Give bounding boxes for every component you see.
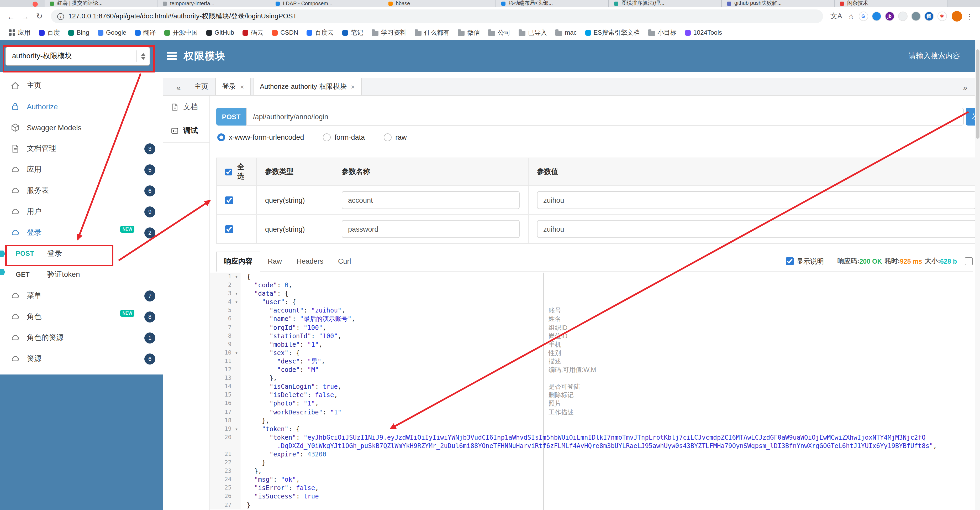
bookmark-item[interactable]: ES搜索引擎文档	[582, 27, 644, 38]
radio-x-www-form-urlencoded[interactable]: x-www-form-urlencoded	[217, 134, 304, 141]
bookmark-item[interactable]: 应用	[5, 27, 34, 38]
extension-icon[interactable]	[898, 11, 907, 21]
browser-tab[interactable]: temporary-interfa...	[158, 0, 270, 7]
extension-icon[interactable]: jb	[885, 11, 894, 21]
code-line: 22 }	[210, 459, 975, 467]
bookmark-item[interactable]: 小目标	[644, 27, 680, 38]
bookmark-item[interactable]: Bing	[65, 27, 93, 38]
browser-tab[interactable]: 移动端布局<头部...	[496, 0, 609, 7]
bookmark-item[interactable]: 百度云	[303, 27, 337, 38]
sidebar-item-login[interactable]: 登录 NEW 2	[0, 222, 163, 243]
fold-icon[interactable]: ▾	[233, 425, 240, 433]
param-checkbox[interactable]	[225, 196, 233, 204]
tab-raw[interactable]: Raw	[260, 253, 289, 270]
scrollbar[interactable]	[975, 40, 980, 510]
browser-tab[interactable]: hbase	[383, 0, 496, 7]
tab-curl[interactable]: Curl	[331, 253, 358, 270]
doc-view-item[interactable]: 文档	[163, 96, 210, 119]
fold-icon[interactable]: ▾	[233, 349, 240, 357]
debug-view-item[interactable]: 调试	[163, 119, 210, 143]
extension-icon[interactable]	[872, 11, 881, 21]
info-icon[interactable]: i	[57, 13, 64, 20]
address-bar[interactable]: i 127.0.0.1:8760/api/gate/doc.html#/auth…	[51, 10, 823, 23]
browser-tab[interactable]: 闲杂技术	[835, 0, 947, 7]
screen: 红薯 | 提交的评论... temporary-interfa... LDAP …	[0, 0, 980, 510]
browser-tab[interactable]: LDAP - Composem...	[270, 0, 383, 7]
fold-icon[interactable]: ▾	[233, 298, 240, 306]
radio-raw[interactable]: raw	[384, 134, 407, 141]
extension-icon[interactable]	[911, 11, 920, 21]
sidebar-item-verify-token-get[interactable]: GET 验证token	[0, 264, 163, 285]
sidebar-item-service-table[interactable]: 服务表 6	[0, 180, 163, 201]
tab-response-content[interactable]: 响应内容	[216, 252, 260, 272]
close-icon[interactable]: ×	[351, 83, 355, 91]
param-value-input[interactable]: zuihou	[537, 191, 976, 209]
search-input[interactable]: 请输入搜索内容	[908, 51, 960, 61]
bookmark-item[interactable]: GitHub	[202, 27, 238, 38]
sidebar-item-role-resource[interactable]: 角色的资源 1	[0, 327, 163, 348]
bookmark-item[interactable]: 笔记	[339, 27, 367, 38]
bookmark-item[interactable]: 什么都有	[411, 27, 453, 38]
bookmark-item[interactable]: 学习资料	[368, 27, 410, 38]
expand-icon[interactable]	[965, 257, 973, 265]
tab-headers[interactable]: Headers	[289, 253, 331, 270]
tab-home[interactable]: 主页	[187, 78, 215, 95]
param-name-input[interactable]: password	[342, 220, 520, 238]
module-select[interactable]: authority-权限模块	[5, 47, 150, 66]
close-icon[interactable]: ×	[240, 83, 244, 91]
param-value-input[interactable]: zuihou	[537, 220, 976, 238]
browser-tab[interactable]: github push失败解...	[722, 0, 835, 7]
tab-login[interactable]: 登录 ×	[215, 78, 251, 95]
chevrons-left-icon[interactable]: «	[163, 83, 187, 95]
extension-icon[interactable]: G	[859, 11, 868, 21]
star-icon[interactable]: ☆	[846, 12, 856, 21]
tab-favicon-icon	[614, 2, 618, 6]
bookmark-item[interactable]: 公司	[485, 27, 514, 38]
select-all-checkbox[interactable]	[225, 168, 232, 176]
bookmark-item[interactable]: 翻译	[131, 27, 159, 38]
sidebar-item-app[interactable]: 应用 5	[0, 159, 163, 180]
forward-icon[interactable]: →	[19, 12, 31, 21]
translate-icon[interactable]: 文A	[829, 11, 844, 21]
bookmark-item[interactable]: 1024Tools	[681, 27, 726, 38]
sidebar-item-login-post[interactable]: POST 登录	[0, 243, 163, 264]
extension-icon[interactable]: 截	[924, 11, 934, 21]
bookmark-item[interactable]: 开源中国	[161, 27, 201, 38]
back-icon[interactable]: ←	[5, 12, 17, 21]
param-name-input[interactable]: account	[342, 191, 520, 209]
sidebar-item-swagger-models[interactable]: Swagger Models	[0, 117, 163, 138]
sidebar-item-menu[interactable]: 菜单 7	[0, 285, 163, 306]
sidebar-item-resource[interactable]: 资源 6	[0, 348, 163, 369]
endpoint-url-input[interactable]: /api/authority/anno/login	[246, 108, 964, 126]
bookmark-item[interactable]: CSDN	[268, 27, 302, 38]
scrollbar-thumb[interactable]	[976, 49, 980, 139]
bookmark-item[interactable]: 码云	[239, 27, 267, 38]
reload-icon[interactable]: ↻	[33, 11, 45, 21]
bookmark-item[interactable]: 百度	[35, 27, 64, 38]
radio-form-data[interactable]: form-data	[323, 134, 365, 141]
browser-tab[interactable]: 图说排序算法(理...	[609, 0, 722, 7]
sidebar-item-home[interactable]: 主页	[0, 75, 163, 96]
menu-icon[interactable]	[167, 52, 177, 60]
bookmark-item[interactable]: 已导入	[515, 27, 550, 38]
sidebar-item-authorize[interactable]: Authorize	[0, 96, 163, 117]
chevrons-right-icon[interactable]: »	[957, 83, 975, 95]
extension-icon[interactable]: ✱	[937, 11, 947, 21]
overflow-menu-icon[interactable]: ⋮	[964, 12, 975, 21]
window-close-button[interactable]	[33, 2, 38, 7]
fold-icon[interactable]: ▾	[233, 273, 240, 281]
tab-authorize-authority[interactable]: Authorize-authority-权限模块 ×	[253, 78, 362, 95]
show-description-checkbox[interactable]	[786, 257, 793, 265]
browser-tab[interactable]: 红薯 | 提交的评论...	[45, 0, 158, 7]
show-description-toggle[interactable]: 显示说明	[786, 257, 824, 266]
sidebar-item-role[interactable]: 角色 NEW 8	[0, 306, 163, 327]
fold-icon[interactable]: ▾	[233, 289, 240, 298]
bookmark-item[interactable]: 微信	[454, 27, 484, 38]
bookmark-item[interactable]: mac	[552, 27, 580, 38]
tab-favicon-icon	[50, 2, 54, 6]
sidebar-item-doc-management[interactable]: 文档管理 3	[0, 138, 163, 159]
param-checkbox[interactable]	[225, 225, 233, 233]
profile-avatar[interactable]	[951, 11, 962, 22]
bookmark-item[interactable]: Google	[94, 27, 130, 38]
sidebar-item-user[interactable]: 用户 9	[0, 201, 163, 222]
